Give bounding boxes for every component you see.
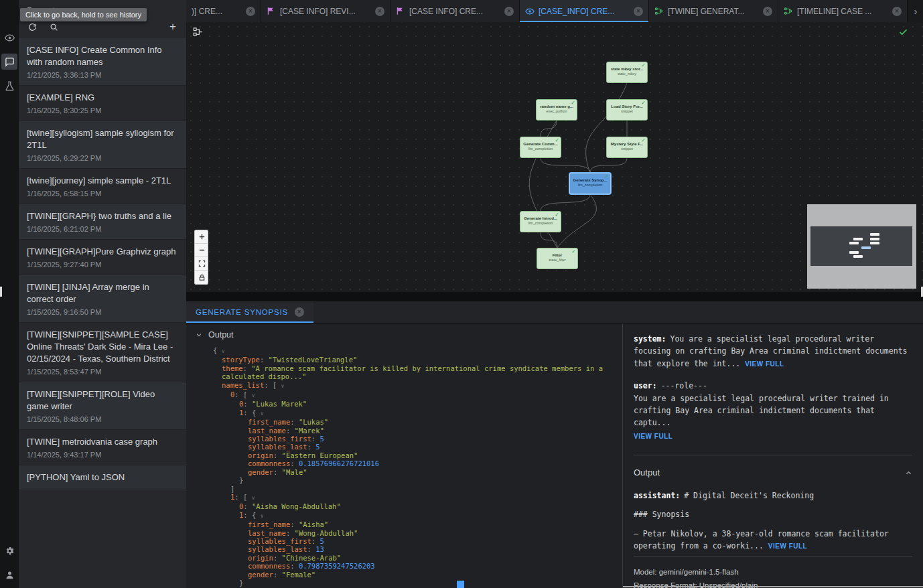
prompt-item[interactable]: [TWINE] [JINJA] Array merge in correct o…	[19, 275, 186, 323]
prompt-item[interactable]: [twine][journey] simple sample - 2T1L1/1…	[19, 169, 186, 204]
json-token: 0.7987359247526203	[299, 562, 375, 570]
history-tooltip: Click to go back, hold to see history	[20, 8, 147, 21]
graph-node-lsf[interactable]: Load Story For...snippet✓	[606, 99, 648, 121]
messages-panel: system:You are a specialist legal proced…	[623, 323, 923, 588]
close-icon[interactable]: ×	[295, 307, 304, 317]
flow-icon	[784, 7, 793, 16]
json-line: }	[213, 579, 616, 587]
collapse-caret[interactable]: ∨	[281, 383, 285, 389]
auto-layout-icon[interactable]	[193, 27, 203, 40]
json-token: "Lukas"	[299, 418, 328, 426]
bottom-panel: GENERATE SYNOPSIS × Output { ∨storyType:…	[186, 301, 923, 588]
graph-node-gc[interactable]: Generate Comm...llm_completion✓	[520, 137, 561, 158]
graph-canvas[interactable]: state mkey stor...state_mkey✓random name…	[186, 22, 923, 292]
account-icon[interactable]	[1, 567, 17, 583]
view-full-link[interactable]: VIEW FULL	[745, 360, 784, 368]
prompt-item[interactable]: [EXAMPLE] RNG1/16/2025, 8:30:25 PM	[19, 86, 186, 121]
flow-icon	[654, 7, 664, 16]
prompt-item[interactable]: [TWINE][SNIPPET][SAMPLE CASE] Online Thr…	[19, 323, 186, 382]
graph-node-msf[interactable]: Mystery Style F...snippet✓	[606, 137, 648, 158]
json-token: :	[307, 443, 316, 451]
canvas-check-icon	[898, 27, 908, 40]
json-line: commonness: 0.7987359247526203	[213, 562, 616, 570]
tab-bar: )] CRE...×[CASE INFO] REVI...×[CASE INFO…	[186, 0, 923, 22]
editor-tab-5[interactable]: [TIMELINE] CASE ...×	[778, 0, 908, 22]
editor-tab-4[interactable]: [TWINE] GENERAT...×	[649, 0, 778, 22]
graph-node-smk[interactable]: state mkey stor...state_mkey✓	[606, 62, 648, 83]
close-icon[interactable]: ×	[246, 7, 255, 16]
collapse-caret[interactable]: ∨	[261, 513, 264, 519]
refresh-icon[interactable]	[27, 21, 38, 32]
prompt-item[interactable]: [PYTHON] Yaml to JSON	[19, 465, 186, 490]
minimap-node	[853, 255, 863, 258]
graph-node-gi[interactable]: Generate Introd...llm_completion✓	[520, 211, 561, 232]
json-token: :	[307, 545, 316, 553]
prompt-date: 1/21/2025, 3:36:13 PM	[27, 71, 178, 79]
chevron-right-icon[interactable]: ›	[908, 0, 923, 22]
prompts-icon[interactable]	[1, 54, 17, 70]
bottom-content: Output { ∨storyType: "TwistedLoveTriangl…	[186, 323, 923, 588]
editor-tab-0[interactable]: )] CRE...×	[186, 0, 261, 22]
editor-tab-2[interactable]: [CASE INFO] CRE...×	[390, 0, 520, 22]
prompts-panel: Prompts + [CASE INFO] Create Common Info…	[19, 0, 186, 588]
flask-icon[interactable]	[1, 78, 17, 94]
chevron-up-icon[interactable]	[905, 469, 912, 477]
zoom-in-icon[interactable]	[195, 230, 208, 244]
resize-handle[interactable]	[457, 581, 464, 588]
view-full-link[interactable]: VIEW FULL	[634, 431, 672, 442]
tab-label: )] CRE...	[192, 7, 242, 16]
json-line: first_name: "Aisha"	[213, 520, 616, 528]
settings-gear-icon[interactable]	[1, 542, 17, 559]
minimap-node	[861, 246, 871, 249]
close-icon[interactable]: ×	[375, 7, 384, 16]
lock-icon[interactable]	[195, 271, 208, 284]
minimap[interactable]	[807, 204, 916, 289]
chevron-down-icon[interactable]	[196, 332, 202, 338]
tab-generate-synopsis[interactable]: GENERATE SYNOPSIS ×	[186, 301, 313, 323]
prompt-title: [twine][journey] simple sample - 2T1L	[27, 175, 178, 187]
prompt-title: [TWINE] [JINJA] Array merge in correct o…	[27, 281, 178, 305]
json-token: :	[243, 502, 252, 510]
divider-handle-left[interactable]	[0, 287, 2, 297]
tab-label: [CASE_INFO] CRE...	[539, 7, 630, 16]
node-success-check-icon: ✓	[571, 249, 576, 254]
collapse-caret[interactable]: ∨	[252, 392, 255, 398]
graph-edge	[541, 158, 590, 173]
json-token: "Eastern European"	[282, 451, 358, 459]
close-icon[interactable]: ×	[504, 7, 514, 16]
collapse-caret[interactable]: ∨	[261, 411, 264, 417]
graph-node-rng[interactable]: random name g...exec_python✓	[536, 99, 577, 121]
prompt-item[interactable]: [CASE INFO] Create Common Info with rand…	[19, 38, 186, 86]
panel-resize-divider[interactable]	[186, 292, 923, 301]
close-icon[interactable]: ×	[892, 7, 902, 16]
prompt-item[interactable]: [TWINE][GRAPH]Pure Graphviz graph1/15/20…	[19, 240, 186, 275]
prompt-item[interactable]: [twine][syllogism] sample syllogism for …	[19, 121, 186, 169]
fit-view-icon[interactable]	[195, 257, 208, 271]
graph-node-flt[interactable]: Filterstate_filter✓	[537, 248, 578, 269]
json-token: gender	[248, 571, 273, 579]
json-token: : [	[234, 493, 251, 501]
eye-icon[interactable]	[1, 29, 17, 46]
json-line: last_name: "Marek"	[213, 427, 616, 435]
prompt-title: [TWINE][GRAPH]Pure Graphviz graph	[27, 246, 178, 258]
prompt-item[interactable]: [TWINE] metroidvania case graph1/14/2025…	[19, 430, 186, 465]
close-icon[interactable]: ×	[763, 7, 772, 16]
editor-tab-1[interactable]: [CASE INFO] REVI...×	[261, 0, 390, 22]
prompt-item[interactable]: [TWINE][SNIPPET][ROLE] Video game writer…	[19, 382, 186, 430]
node-subtitle: snippet	[607, 147, 647, 151]
collapse-caret[interactable]: ∨	[222, 348, 225, 354]
json-token: :	[286, 529, 295, 537]
view-full-link[interactable]: VIEW FULL	[768, 542, 807, 550]
add-prompt-button[interactable]: +	[167, 21, 178, 32]
search-icon[interactable]	[48, 21, 59, 32]
json-line: commonness: 0.18576966276721016	[213, 459, 616, 467]
graph-node-gs[interactable]: Generate Synop...llm_completion✓	[569, 173, 611, 194]
collapse-caret[interactable]: ∨	[252, 495, 255, 501]
json-line: last_name: "Wong-Abdullah"	[213, 529, 616, 537]
prompt-item[interactable]: [TWINE][GRAPH} two truths and a lie1/16/…	[19, 204, 186, 240]
zoom-out-icon[interactable]	[195, 244, 208, 257]
prompt-title: [TWINE][SNIPPET][ROLE] Video game writer	[27, 388, 178, 413]
editor-tab-3[interactable]: [CASE_INFO] CRE...×	[520, 0, 649, 22]
json-token: "A romance scam facilitator is killed by…	[222, 364, 607, 380]
close-icon[interactable]: ×	[634, 7, 643, 16]
